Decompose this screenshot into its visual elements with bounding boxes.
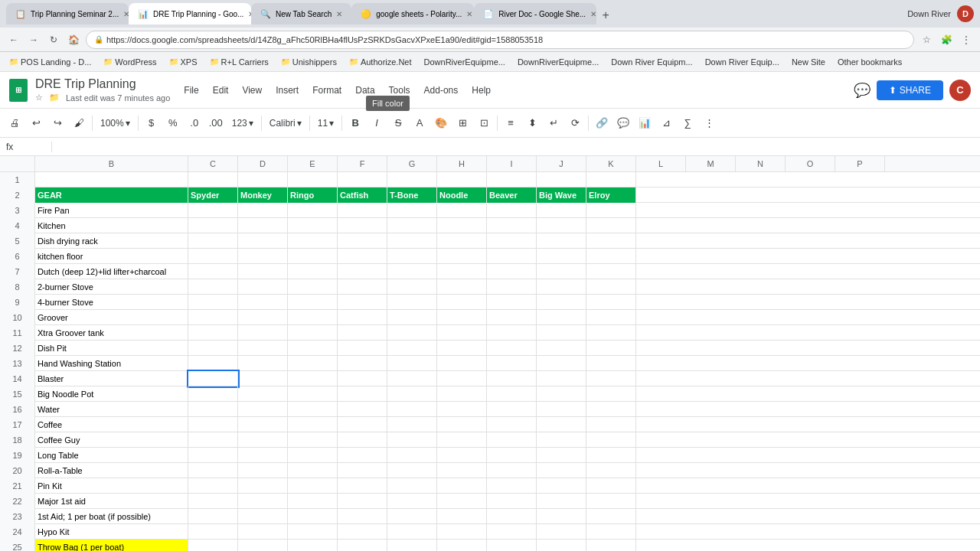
cell-col-9[interactable] xyxy=(487,295,537,310)
cell-b-14[interactable]: Blaster xyxy=(35,371,188,386)
col-header-h[interactable]: H xyxy=(437,156,487,171)
functions-button[interactable]: ∑ xyxy=(678,113,697,133)
table-row[interactable]: 4Kitchen xyxy=(0,218,980,233)
col-header-d[interactable]: D xyxy=(238,156,288,171)
cell-col-12[interactable] xyxy=(188,341,238,356)
cell-col-7[interactable] xyxy=(238,264,288,279)
cell-col-12[interactable] xyxy=(338,341,387,356)
cell-col-11[interactable] xyxy=(288,325,338,341)
cell-col-18[interactable] xyxy=(387,432,437,448)
table-row[interactable]: 17Coffee xyxy=(0,417,980,432)
cell-col-20[interactable] xyxy=(586,463,636,478)
cell-col-25[interactable] xyxy=(288,540,338,551)
table-row[interactable]: 7Dutch (deep 12)+lid lifter+charcoal xyxy=(0,264,980,279)
cell-b-6[interactable]: kitchen floor xyxy=(35,249,188,264)
tab-4[interactable]: 🟡 google sheets - Polarity... ✕ xyxy=(351,3,474,24)
bookmark-newsite[interactable]: New Site xyxy=(789,56,828,68)
cell-col-16[interactable] xyxy=(387,402,437,417)
cell-col-13[interactable] xyxy=(437,356,487,371)
menu-button[interactable]: ⋮ xyxy=(959,32,974,47)
cell-col-9[interactable] xyxy=(288,295,338,310)
cell-col-10[interactable] xyxy=(338,310,387,325)
cell-col-6[interactable] xyxy=(487,249,537,264)
cell-col-19[interactable] xyxy=(288,448,338,463)
cell-col-5[interactable] xyxy=(487,233,537,249)
bookmark-dre3[interactable]: Down River Equipm... xyxy=(608,56,695,68)
col-header-e[interactable]: E xyxy=(288,156,338,171)
merge-button[interactable]: ⊡ xyxy=(474,113,494,133)
cell-col-15[interactable] xyxy=(188,386,238,402)
decimal-increase[interactable]: .00 xyxy=(206,113,226,133)
cell-col-16[interactable] xyxy=(487,402,537,417)
cell-col-24[interactable] xyxy=(188,524,238,540)
cell-col-16[interactable] xyxy=(586,402,636,417)
cell-col-1[interactable] xyxy=(288,172,338,187)
cell-col-22[interactable] xyxy=(437,494,487,509)
cell-col-2[interactable]: Ringo xyxy=(288,187,338,203)
cell-col-4[interactable] xyxy=(288,218,338,233)
insert-comment[interactable]: 💬 xyxy=(613,113,633,133)
filter-button[interactable]: ⊿ xyxy=(656,113,676,133)
cell-col-17[interactable] xyxy=(387,417,437,432)
cell-col-1[interactable] xyxy=(387,172,437,187)
cell-col-22[interactable] xyxy=(537,494,586,509)
cell-col-11[interactable] xyxy=(537,325,586,341)
cell-col-23[interactable] xyxy=(487,509,537,524)
cell-col-7[interactable] xyxy=(537,264,586,279)
cell-b-8[interactable]: 2-burner Stove xyxy=(35,279,188,295)
cell-col-3[interactable] xyxy=(537,203,586,218)
cell-col-24[interactable] xyxy=(537,524,586,540)
cell-col-21[interactable] xyxy=(288,478,338,494)
cell-col-6[interactable] xyxy=(537,249,586,264)
cell-b-12[interactable]: Dish Pit xyxy=(35,341,188,356)
table-row[interactable]: 11Xtra Groover tank xyxy=(0,325,980,341)
table-row[interactable]: 15Big Noodle Pot xyxy=(0,386,980,402)
cell-col-16[interactable] xyxy=(188,402,238,417)
col-header-n[interactable]: N xyxy=(736,156,786,171)
cell-col-23[interactable] xyxy=(537,509,586,524)
cell-col-5[interactable] xyxy=(586,233,636,249)
cell-col-8[interactable] xyxy=(288,279,338,295)
star-icon[interactable]: ☆ xyxy=(35,93,43,103)
cell-col-19[interactable] xyxy=(387,448,437,463)
align-left[interactable]: ≡ xyxy=(501,113,521,133)
cell-col-21[interactable] xyxy=(238,478,288,494)
cell-col-21[interactable] xyxy=(537,478,586,494)
cell-col-19[interactable] xyxy=(188,448,238,463)
cell-col-2[interactable]: Monkey xyxy=(238,187,288,203)
cell-col-7[interactable] xyxy=(338,264,387,279)
cell-col-21[interactable] xyxy=(487,478,537,494)
cell-col-13[interactable] xyxy=(387,356,437,371)
bookmark-dre4[interactable]: Down River Equip... xyxy=(702,56,782,68)
cell-col-17[interactable] xyxy=(586,417,636,432)
cell-col-20[interactable] xyxy=(537,463,586,478)
cell-col-8[interactable] xyxy=(387,279,437,295)
tab-5-close[interactable]: ✕ xyxy=(590,10,596,18)
borders-button[interactable]: ⊞ xyxy=(452,113,472,133)
cell-col-7[interactable] xyxy=(437,264,487,279)
cell-col-22[interactable] xyxy=(288,494,338,509)
fill-color-button[interactable]: 🎨 xyxy=(431,113,451,133)
cell-col-1[interactable] xyxy=(238,172,288,187)
col-header-k[interactable]: K xyxy=(586,156,636,171)
bookmark-rl[interactable]: 📁 R+L Carriers xyxy=(207,56,272,68)
cell-col-11[interactable] xyxy=(586,325,636,341)
cell-col-21[interactable] xyxy=(586,478,636,494)
cell-col-13[interactable] xyxy=(338,356,387,371)
table-row[interactable]: 16Water xyxy=(0,402,980,417)
cell-col-19[interactable] xyxy=(586,448,636,463)
cell-b-25[interactable]: Throw Bag (1 per boat) xyxy=(35,540,188,551)
cell-col-11[interactable] xyxy=(238,325,288,341)
cell-col-18[interactable] xyxy=(487,432,537,448)
cell-b-10[interactable]: Groover xyxy=(35,310,188,325)
table-row[interactable]: 6kitchen floor xyxy=(0,249,980,264)
cell-b-20[interactable]: Roll-a-Table xyxy=(35,463,188,478)
cell-col-6[interactable] xyxy=(387,249,437,264)
cell-b-22[interactable]: Major 1st aid xyxy=(35,494,188,509)
cell-col-5[interactable] xyxy=(537,233,586,249)
cell-col-10[interactable] xyxy=(288,310,338,325)
rotate-text[interactable]: ⟳ xyxy=(565,113,585,133)
cell-col-17[interactable] xyxy=(437,417,487,432)
cell-col-9[interactable] xyxy=(338,295,387,310)
cell-col-14[interactable] xyxy=(188,371,238,386)
